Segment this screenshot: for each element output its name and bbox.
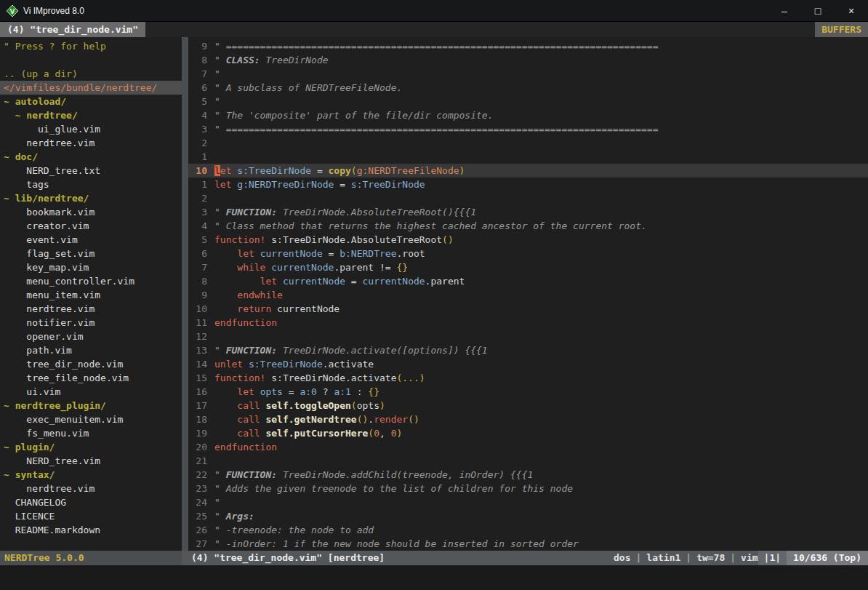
- line-number: 11: [188, 316, 214, 330]
- editor-line[interactable]: 9" =====================================…: [188, 39, 868, 53]
- editor-line[interactable]: 21: [188, 454, 868, 468]
- editor-line[interactable]: 5": [188, 95, 868, 108]
- tree-file-item[interactable]: tree_dir_node.vim: [0, 357, 182, 371]
- editor-line[interactable]: 18 call self.getNerdtree().render(): [188, 412, 868, 426]
- tree-help-line: " Press ? for help: [0, 39, 182, 53]
- editor-line[interactable]: 25" Args:: [188, 509, 868, 523]
- tree-file-item[interactable]: fs_menu.vim: [0, 426, 182, 440]
- code-text: let currentNode = b:NERDTree.root: [214, 247, 425, 260]
- command-line[interactable]: [0, 565, 868, 590]
- editor-line[interactable]: 5function! s:TreeDirNode.AbsoluteTreeRoo…: [188, 233, 868, 247]
- close-button[interactable]: ×: [835, 0, 868, 21]
- editor-line[interactable]: 19 call self.putCursorHere(0, 0): [188, 426, 868, 440]
- editor-line[interactable]: 10 return currentNode: [188, 302, 868, 316]
- editor-line[interactable]: 2: [188, 136, 868, 150]
- editor-line[interactable]: 3" =====================================…: [188, 122, 868, 136]
- line-number: 3: [188, 122, 214, 136]
- tree-file-item[interactable]: LICENCE: [0, 509, 182, 523]
- line-number: 1: [188, 150, 214, 164]
- line-number: 13: [188, 343, 214, 357]
- tree-dir-item[interactable]: ~ syntax/: [0, 468, 182, 482]
- editor-line[interactable]: 1: [188, 150, 868, 164]
- editor-pane: 9" =====================================…: [188, 37, 868, 551]
- tree-file-item[interactable]: README.markdown: [0, 523, 182, 537]
- code-text: let currentNode = currentNode.parent: [214, 274, 465, 288]
- tree-file-item[interactable]: nerdtree.vim: [0, 302, 182, 316]
- editor-line[interactable]: 11endfunction: [188, 316, 868, 330]
- tree-file-item[interactable]: ui_glue.vim: [0, 122, 182, 136]
- tree-file-item[interactable]: event.vim: [0, 233, 182, 247]
- editor-line[interactable]: 8" CLASS: TreeDirNode: [188, 53, 868, 67]
- tree-file-item[interactable]: ui.vim: [0, 385, 182, 399]
- tree-dir-item[interactable]: ~ autoload/: [0, 95, 182, 108]
- editor-line[interactable]: 17 call self.toggleOpen(opts): [188, 399, 868, 412]
- tree-file-item[interactable]: NERD_tree.vim: [0, 454, 182, 468]
- line-number: 16: [188, 385, 214, 399]
- editor-line[interactable]: 4" The 'composite' part of the file/dir …: [188, 108, 868, 122]
- tree-dir-item[interactable]: ~ plugin/: [0, 440, 182, 454]
- editor-line[interactable]: 9 endwhile: [188, 288, 868, 302]
- tree-file-item[interactable]: opener.vim: [0, 330, 182, 343]
- tree-file-item[interactable]: bookmark.vim: [0, 205, 182, 219]
- vertical-split-separator[interactable]: [182, 37, 188, 551]
- tree-file-item[interactable]: tree_file_node.vim: [0, 371, 182, 385]
- editor-line[interactable]: 2: [188, 191, 868, 205]
- line-number: 24: [188, 495, 214, 509]
- tree-file-item[interactable]: creator.vim: [0, 219, 182, 233]
- tree-up-dir-item[interactable]: .. (up a dir): [0, 67, 182, 81]
- tree-file-item[interactable]: menu_controller.vim: [0, 274, 182, 288]
- editor-line[interactable]: 8 let currentNode = currentNode.parent: [188, 274, 868, 288]
- editor-line[interactable]: 24": [188, 495, 868, 509]
- line-number: 17: [188, 399, 214, 412]
- tree-file-item[interactable]: NERD_tree.txt: [0, 164, 182, 178]
- editor-line[interactable]: 7": [188, 67, 868, 81]
- tree-file-item[interactable]: key_map.vim: [0, 260, 182, 274]
- editor-line[interactable]: 22" FUNCTION: TreeDirNode.addChild(treen…: [188, 468, 868, 482]
- minimize-button[interactable]: –: [768, 0, 801, 21]
- editor-line[interactable]: 6 let currentNode = b:NERDTree.root: [188, 247, 868, 260]
- tree-file-item[interactable]: menu_item.vim: [0, 288, 182, 302]
- code-text: endwhile: [214, 288, 283, 302]
- tree-root-item[interactable]: </vimfiles/bundle/nerdtree/: [0, 81, 182, 95]
- tree-dir-item[interactable]: ~ nerdtree_plugin/: [0, 399, 182, 412]
- editor-line[interactable]: 3" FUNCTION: TreeDirNode.AbsoluteTreeRoo…: [188, 205, 868, 219]
- line-number: 5: [188, 95, 214, 108]
- editor-line[interactable]: 4" Class method that returns the highest…: [188, 219, 868, 233]
- editor-line[interactable]: 12: [188, 330, 868, 343]
- statusline: NERDTree 5.0.0 (4) "tree_dir_node.vim" […: [0, 551, 868, 565]
- tree-file-item[interactable]: path.vim: [0, 343, 182, 357]
- line-number: 8: [188, 274, 214, 288]
- code-text: call self.getNerdtree().render(): [214, 412, 419, 426]
- main-area: " Press ? for help.. (up a dir)</vimfile…: [0, 37, 868, 551]
- tree-file-item[interactable]: CHANGELOG: [0, 495, 182, 509]
- tree-file-item[interactable]: notifier.vim: [0, 316, 182, 330]
- maximize-button[interactable]: □: [801, 0, 835, 21]
- line-number: 5: [188, 233, 214, 247]
- editor-line[interactable]: 14unlet s:TreeDirNode.activate: [188, 357, 868, 371]
- editor-line[interactable]: 27" -inOrder: 1 if the new node should b…: [188, 537, 868, 551]
- code-text: return currentNode: [214, 302, 339, 316]
- editor-line[interactable]: 20endfunction: [188, 440, 868, 454]
- tab-active[interactable]: (4) "tree_dir_node.vim": [0, 22, 145, 37]
- code-text: " Class method that returns the highest …: [214, 219, 647, 233]
- line-number: 7: [188, 260, 214, 274]
- tree-dir-item[interactable]: ~ doc/: [0, 150, 182, 164]
- tree-file-item[interactable]: tags: [0, 178, 182, 191]
- editor-line[interactable]: 23" Adds the given treenode to the list …: [188, 482, 868, 495]
- editor-line[interactable]: 6" A subclass of NERDTreeFileNode.: [188, 81, 868, 95]
- editor-line-current[interactable]: 10let s:TreeDirNode = copy(g:NERDTreeFil…: [188, 164, 868, 178]
- tree-file-item[interactable]: nerdtree.vim: [0, 136, 182, 150]
- editor-line[interactable]: 26" -treenode: the node to add: [188, 523, 868, 537]
- editor-line[interactable]: 16 let opts = a:0 ? a:1 : {}: [188, 385, 868, 399]
- tree-dir-item[interactable]: ~ nerdtree/: [0, 108, 182, 122]
- tree-file-item[interactable]: exec_menuitem.vim: [0, 412, 182, 426]
- editor-line[interactable]: 1let g:NERDTreeDirNode = s:TreeDirNode: [188, 178, 868, 191]
- editor-line[interactable]: 7 while currentNode.parent != {}: [188, 260, 868, 274]
- window-titlebar: V Vi IMproved 8.0 – □ ×: [0, 0, 868, 22]
- editor-line[interactable]: 15function! s:TreeDirNode.activate(...): [188, 371, 868, 385]
- editor-line[interactable]: 13" FUNCTION: TreeDirNode.activate([opti…: [188, 343, 868, 357]
- tree-dir-item[interactable]: ~ lib/nerdtree/: [0, 191, 182, 205]
- nerdtree-lines: " Press ? for help.. (up a dir)</vimfile…: [0, 39, 182, 537]
- tree-file-item[interactable]: flag_set.vim: [0, 247, 182, 260]
- tree-file-item[interactable]: nerdtree.vim: [0, 482, 182, 495]
